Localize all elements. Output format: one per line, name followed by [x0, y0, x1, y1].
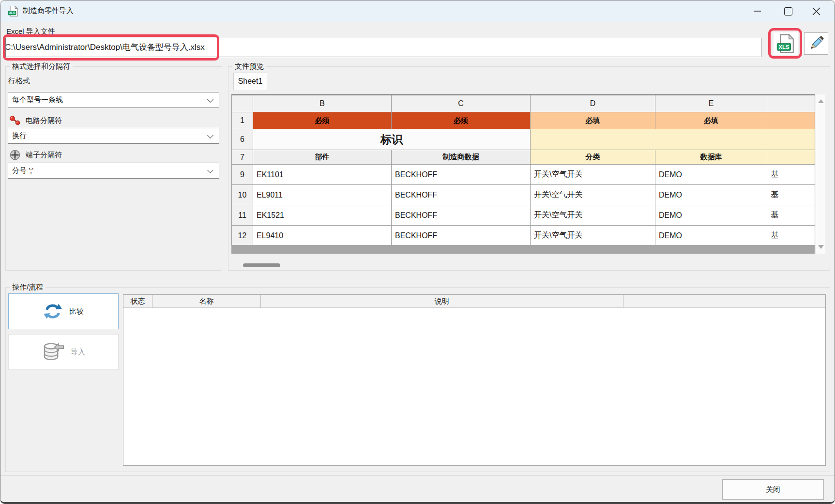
grid-cell: 必须 — [392, 112, 531, 129]
column-header-description[interactable]: 说明 — [261, 295, 623, 307]
terminal-separator-select[interactable]: 分号 ';' — [8, 163, 219, 179]
column-header-name[interactable]: 名称 — [152, 295, 261, 307]
tab-sheet1[interactable]: Sheet1 — [233, 73, 267, 90]
actions-group-title: 操作/流程 — [10, 283, 46, 292]
import-button-label: 导入 — [71, 348, 85, 357]
col-header-d[interactable]: D — [531, 95, 655, 112]
svg-text:XLS: XLS — [9, 11, 15, 15]
open-excel-button[interactable]: XLS — [774, 32, 798, 55]
terminal-separator-value: 分号 ';' — [12, 166, 33, 175]
close-window-button[interactable] — [802, 0, 831, 22]
grid-cell: 开关\空气开关 — [531, 185, 655, 205]
grid-cell: BECKHOFF — [392, 185, 531, 205]
excel-file-label: Excel 导入文件 — [6, 27, 55, 36]
col-header-f[interactable] — [767, 95, 815, 112]
grid-cell: DEMO — [655, 205, 767, 226]
grid-cell: 制造商数据 — [392, 150, 531, 165]
grid-cell: 必填 — [531, 112, 655, 129]
col-header-e[interactable]: E — [655, 95, 767, 112]
minimize-icon — [754, 11, 761, 12]
grid-cell: DEMO — [655, 185, 767, 205]
grid-cell: 必须 — [253, 112, 392, 129]
grid-cell: 开关\空气开关 — [531, 165, 655, 185]
grid-cell: 开关\空气开关 — [531, 205, 655, 226]
circuit-separator-value: 换行 — [12, 131, 27, 140]
grid-cell-merged: 标识 — [253, 129, 531, 150]
grid-cell: BECKHOFF — [392, 226, 531, 246]
dialog-window: XLS 制造商零件导入 Excel 导入文件 C:\Users\Administ… — [0, 0, 835, 504]
scroll-up-icon[interactable] — [818, 99, 824, 103]
chevron-down-icon — [207, 96, 213, 103]
terminal-separator-label: 端子分隔符 — [26, 151, 62, 160]
grid-cell: 开关\空气开关 — [531, 226, 655, 246]
grid-filler-bar — [231, 245, 815, 254]
titlebar: XLS 制造商零件导入 — [0, 0, 835, 22]
terminal-separator-icon — [9, 149, 21, 161]
process-list-header: 状态 名称 说明 — [123, 295, 825, 308]
row-number: 10 — [232, 185, 253, 205]
import-database-icon — [42, 342, 64, 362]
file-path-input[interactable]: C:\Users\Administrator\Desktop\电气设备型号导入.… — [5, 38, 761, 57]
footer-bar: 关闭 — [0, 475, 835, 502]
vertical-scrollbar[interactable] — [816, 94, 825, 254]
terminal-separator-row: 端子分隔符 — [9, 149, 62, 161]
import-button[interactable]: 导入 — [8, 334, 119, 370]
grid-cell: 基 — [767, 165, 815, 185]
grid-cell: EK1101 — [253, 165, 392, 185]
grid-cell-merged — [531, 129, 815, 150]
col-header-c[interactable]: C — [392, 95, 531, 112]
format-group: 格式选择和分隔符 行格式 每个型号一条线 电路分隔符 换行 — [5, 66, 222, 271]
minimize-button[interactable] — [743, 0, 772, 22]
horizontal-scrollbar-thumb[interactable] — [243, 263, 280, 267]
svg-text:XLS: XLS — [778, 44, 789, 50]
row-format-select[interactable]: 每个型号一条线 — [8, 92, 219, 108]
maximize-button[interactable] — [774, 0, 803, 22]
xls-app-icon: XLS — [7, 5, 19, 17]
row-number: 7 — [232, 150, 253, 165]
row-number: 9 — [232, 165, 253, 185]
circuit-separator-label: 电路分隔符 — [26, 116, 62, 125]
preview-grid: B C D E 1 必须 必须 必填 必填 6 标识 7 部件 制造商数据 分类… — [231, 94, 815, 246]
grid-cell: 基 — [767, 205, 815, 226]
grid-cell — [767, 150, 815, 165]
grid-cell: 部件 — [253, 150, 392, 165]
xls-file-icon: XLS — [775, 33, 796, 54]
compare-button[interactable]: 比较 — [8, 293, 119, 329]
chevron-down-icon — [207, 167, 213, 173]
col-header-b[interactable]: B — [253, 95, 392, 112]
format-group-title: 格式选择和分隔符 — [10, 62, 73, 71]
row-format-value: 每个型号一条线 — [12, 95, 63, 105]
column-header-empty — [623, 295, 825, 307]
actions-group: 操作/流程 比较 导入 状态 名称 说明 — [5, 287, 830, 472]
grid-cell — [767, 112, 815, 129]
grid-corner — [232, 95, 253, 112]
row-number: 6 — [232, 129, 253, 150]
grid-cell: EK1521 — [253, 205, 392, 226]
column-header-status[interactable]: 状态 — [123, 295, 152, 307]
pencil-icon — [806, 34, 826, 53]
grid-cell: DEMO — [655, 165, 767, 185]
circuit-separator-select[interactable]: 换行 — [8, 128, 219, 144]
close-icon — [812, 7, 821, 16]
grid-cell: 基 — [767, 226, 815, 246]
row-format-label: 行格式 — [8, 76, 30, 86]
scroll-down-icon[interactable] — [818, 245, 824, 249]
close-button[interactable]: 关闭 — [722, 479, 824, 500]
edit-path-button[interactable] — [804, 32, 828, 55]
grid-cell: DEMO — [655, 226, 767, 246]
circuit-separator-row: 电路分隔符 — [9, 115, 62, 126]
compare-refresh-icon — [43, 303, 62, 320]
row-number: 1 — [232, 112, 253, 129]
grid-cell: BECKHOFF — [392, 205, 531, 226]
grid-cell: 数据库 — [655, 150, 767, 165]
preview-group: 文件预览 Sheet1 B C D E 1 必须 必须 必填 必填 6 标识 7… — [228, 66, 830, 271]
grid-cell: EL9011 — [253, 185, 392, 205]
row-number: 12 — [232, 226, 253, 246]
preview-group-title: 文件预览 — [232, 62, 266, 71]
grid-cell: BECKHOFF — [392, 165, 531, 185]
maximize-icon — [784, 7, 792, 15]
process-list: 状态 名称 说明 — [123, 294, 826, 466]
grid-cell: EL9410 — [253, 226, 392, 246]
chevron-down-icon — [207, 132, 213, 138]
compare-button-label: 比较 — [69, 307, 84, 316]
